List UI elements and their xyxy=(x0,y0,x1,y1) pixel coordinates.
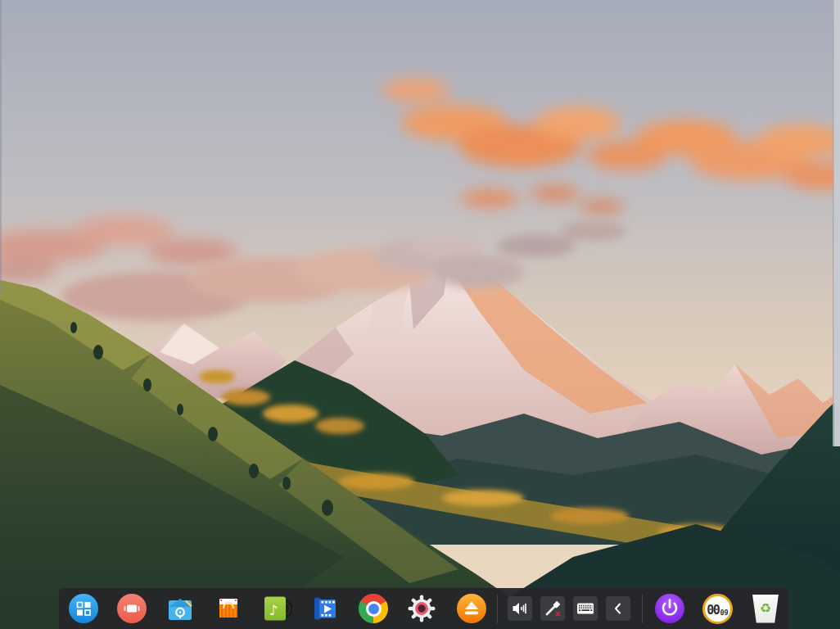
trash-can: ♻ xyxy=(752,595,779,623)
dock: ♪ xyxy=(59,588,788,629)
desktop[interactable]: ♪ xyxy=(0,0,840,629)
launcher-icon[interactable] xyxy=(68,593,99,624)
clock-time: 0009 xyxy=(707,605,728,616)
recycle-icon: ♻ xyxy=(760,602,771,615)
clock-hours: 00 xyxy=(707,605,719,616)
app-store-icon[interactable] xyxy=(213,593,244,624)
disk-mount-icon[interactable] xyxy=(456,593,487,624)
chrome-icon[interactable] xyxy=(358,593,389,624)
music-icon[interactable]: ♪ xyxy=(261,593,292,624)
onboard-keyboard-icon[interactable] xyxy=(573,596,598,621)
dock-app-group: ♪ xyxy=(68,593,437,624)
control-center-icon[interactable] xyxy=(406,593,437,624)
system-tray xyxy=(508,596,630,621)
dock-separator xyxy=(642,594,643,623)
svg-text:♪: ♪ xyxy=(269,602,278,618)
dock-separator xyxy=(497,594,498,623)
network-icon[interactable] xyxy=(540,596,565,621)
wallpaper-image xyxy=(0,0,840,629)
volume-icon[interactable] xyxy=(508,596,532,621)
shutdown-button[interactable] xyxy=(654,593,685,624)
file-manager-icon[interactable] xyxy=(165,593,196,624)
trash[interactable]: ♻ xyxy=(752,595,779,623)
chevron-left-icon[interactable] xyxy=(606,596,630,621)
clock-minutes: 09 xyxy=(720,609,728,616)
multitasking-view-icon[interactable] xyxy=(116,593,147,624)
clock[interactable]: 0009 xyxy=(702,594,733,624)
movie-icon[interactable] xyxy=(309,593,341,624)
